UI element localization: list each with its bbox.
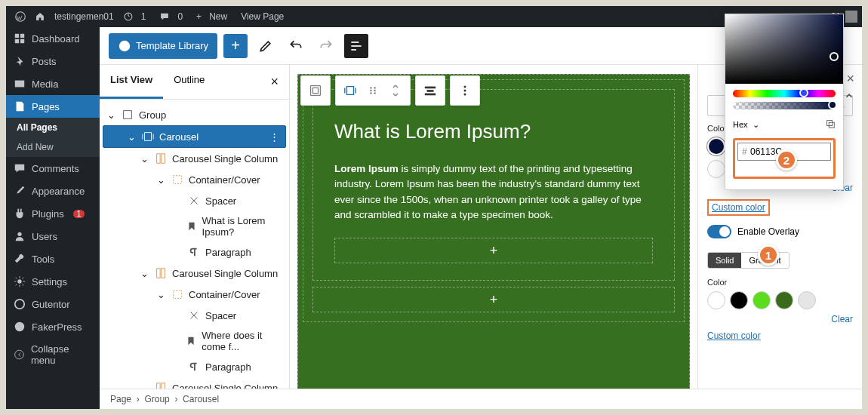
view-page-link[interactable]: View Page — [236, 11, 288, 22]
svg-rect-24 — [157, 154, 160, 163]
menu-settings[interactable]: Settings — [6, 270, 100, 293]
svg-point-6 — [17, 82, 19, 85]
tree-item[interactable]: ⌄Carousel Single Column — [100, 377, 289, 389]
options-icon[interactable] — [454, 79, 476, 102]
submenu-item[interactable]: Add New — [6, 137, 100, 157]
svg-point-43 — [374, 92, 376, 94]
tree-item[interactable]: ⌄Carousel⋮ — [103, 125, 286, 148]
tree-item[interactable]: Where does it come f... — [100, 326, 289, 356]
color-swatch[interactable] — [798, 291, 816, 309]
carousel-icon[interactable] — [339, 79, 362, 102]
solid-option[interactable]: Solid — [708, 253, 741, 268]
selected-color-swatch[interactable] — [707, 137, 725, 155]
tree-item[interactable]: ⌄Container/Cover — [100, 284, 289, 305]
copy-icon[interactable] — [825, 118, 836, 131]
tree-item[interactable]: Paragraph — [100, 356, 289, 377]
tree-item[interactable]: ⌄Container/Cover — [100, 169, 289, 190]
move-up-down-icon[interactable] — [384, 79, 407, 102]
drag-handle-icon[interactable] — [362, 79, 384, 102]
menu-collapse-menu[interactable]: Collapse menu — [6, 338, 100, 371]
svg-point-11 — [15, 350, 24, 359]
menu-pages[interactable]: Pages — [6, 95, 100, 118]
clear-link[interactable]: Clear — [707, 314, 853, 324]
svg-rect-1 — [15, 34, 19, 38]
svg-rect-50 — [827, 121, 833, 126]
color-mode-select[interactable]: Hex — [733, 120, 748, 129]
undo-icon[interactable] — [284, 34, 308, 58]
saturation-field[interactable] — [725, 14, 843, 84]
editor-canvas[interactable]: What is Lorem Ipsum? Lorem Ipsum Lorem I… — [290, 65, 697, 389]
tree-item[interactable]: Spacer — [100, 305, 289, 326]
menu-posts[interactable]: Posts — [6, 50, 100, 72]
color-swatch[interactable] — [775, 291, 793, 309]
new-link[interactable]: + New — [192, 11, 236, 22]
svg-rect-21 — [145, 133, 152, 141]
chevron-up-icon[interactable] — [844, 91, 854, 101]
svg-rect-28 — [162, 269, 165, 278]
svg-point-9 — [15, 300, 24, 309]
hue-slider[interactable] — [733, 90, 836, 97]
svg-rect-44 — [425, 87, 436, 89]
menu-fakerpress[interactable]: FakerPress — [6, 315, 100, 338]
svg-rect-14 — [351, 45, 361, 47]
appender-button[interactable]: + — [312, 287, 675, 312]
menu-media[interactable]: Media — [6, 72, 100, 95]
svg-point-48 — [464, 90, 466, 92]
menu-plugins[interactable]: Plugins1 — [6, 202, 100, 225]
close-icon[interactable]: × — [846, 71, 854, 87]
updates-icon[interactable]: 1 — [119, 11, 155, 22]
svg-rect-15 — [351, 49, 356, 51]
annotation-1: 1 — [758, 244, 779, 266]
menu-dashboard[interactable]: Dashboard — [6, 27, 100, 50]
tab-outline[interactable]: Outline — [163, 65, 215, 99]
parent-block-icon[interactable] — [304, 79, 327, 102]
svg-rect-45 — [427, 90, 434, 92]
appender-button[interactable]: + — [334, 238, 653, 263]
chevron-down-icon[interactable]: ⌄ — [753, 120, 759, 130]
tree-item[interactable]: ⌄Group — [100, 104, 289, 125]
svg-rect-31 — [162, 383, 165, 389]
svg-rect-27 — [157, 269, 160, 278]
menu-gutentor[interactable]: Gutentor — [6, 293, 100, 315]
home-icon[interactable] — [30, 11, 50, 22]
listview-panel: List View Outline × ⌄Group⌄Carousel⋮⌄Car… — [100, 65, 290, 389]
comments-icon[interactable]: 0 — [155, 11, 192, 22]
color-swatch[interactable] — [753, 291, 771, 309]
carousel-slide[interactable]: What is Lorem Ipsum? Lorem Ipsum Lorem I… — [312, 89, 675, 281]
alpha-slider[interactable] — [733, 102, 836, 109]
custom-color-link[interactable]: Custom color — [707, 330, 761, 341]
submenu-item[interactable]: All Pages — [6, 118, 100, 137]
tree-item[interactable]: What is Lorem Ipsum? — [100, 211, 289, 241]
tab-listview[interactable]: List View — [100, 65, 163, 99]
color-swatch[interactable] — [707, 291, 725, 309]
menu-appearance[interactable]: Appearance — [6, 180, 100, 202]
menu-users[interactable]: Users — [6, 225, 100, 247]
listview-toggle-button[interactable] — [344, 34, 368, 58]
menu-tools[interactable]: Tools — [6, 247, 100, 270]
tree-item[interactable]: ⌄Carousel Single Column — [100, 263, 289, 284]
overlay-toggle[interactable] — [707, 225, 731, 238]
add-block-button[interactable]: + — [223, 34, 248, 58]
svg-rect-33 — [311, 86, 321, 96]
align-icon[interactable] — [419, 79, 442, 102]
redo-icon[interactable] — [314, 34, 338, 58]
menu-comments[interactable]: Comments — [6, 157, 100, 180]
svg-point-47 — [464, 86, 466, 88]
breadcrumb[interactable]: Page › Group › Carousel — [100, 389, 862, 409]
slide-paragraph[interactable]: Lorem Ipsum Lorem Ipsum is simply dummy … — [334, 161, 653, 223]
edit-icon[interactable] — [254, 34, 278, 58]
tree-item[interactable]: Paragraph — [100, 241, 289, 263]
svg-point-38 — [370, 87, 372, 89]
tree-item[interactable]: ⌄Carousel Single Column — [100, 148, 289, 169]
template-library-button[interactable]: Template Library — [109, 33, 217, 59]
color-swatch[interactable] — [707, 160, 725, 178]
color-swatch[interactable] — [730, 291, 748, 309]
wp-logo-icon[interactable] — [11, 11, 30, 22]
custom-color-link[interactable]: Custom color — [707, 199, 770, 216]
svg-rect-29 — [174, 290, 182, 299]
site-name[interactable]: testingemen01 — [50, 11, 119, 22]
slide-heading[interactable]: What is Lorem Ipsum? — [334, 120, 653, 143]
close-icon[interactable]: × — [260, 65, 289, 99]
avatar[interactable] — [845, 11, 857, 23]
tree-item[interactable]: Spacer — [100, 190, 289, 211]
